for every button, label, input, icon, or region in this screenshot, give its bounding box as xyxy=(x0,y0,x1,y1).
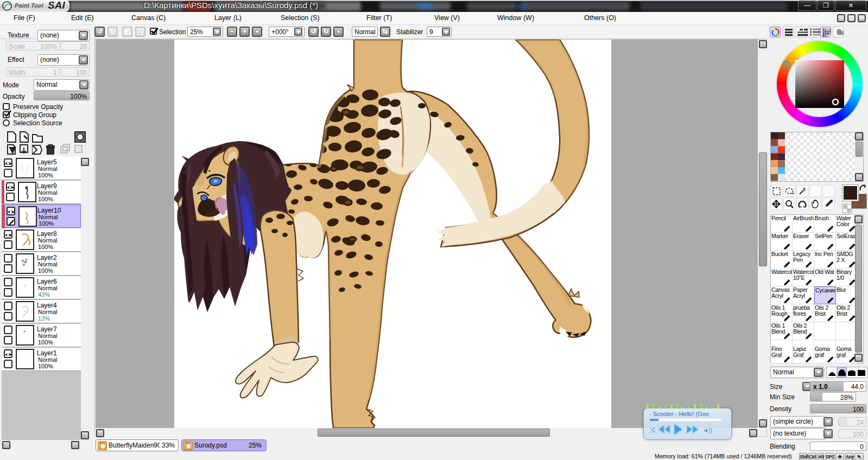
svg-text:⤨: ⤨ xyxy=(649,426,655,434)
svg-text:◄)): ◄)) xyxy=(702,427,712,433)
